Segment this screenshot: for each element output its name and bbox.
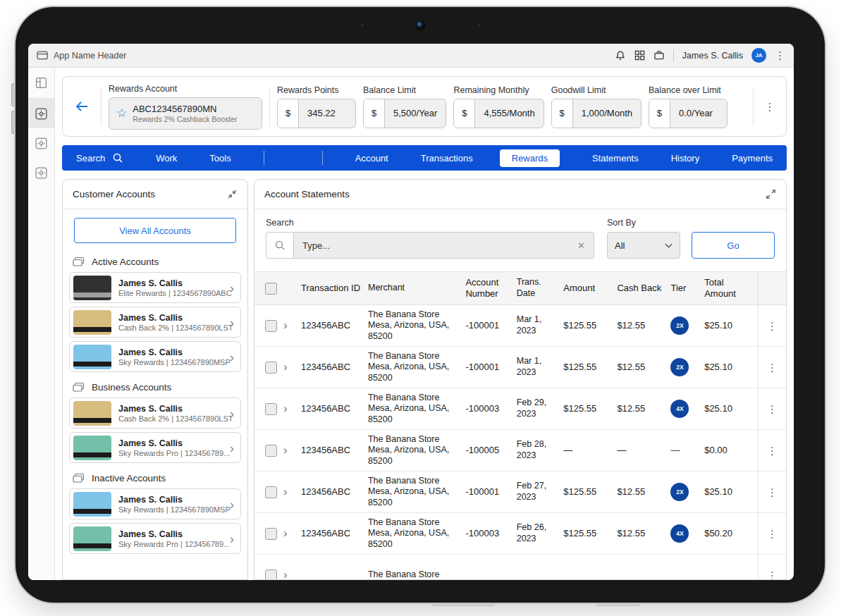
- nav-tools[interactable]: Tools: [209, 153, 231, 164]
- row-menu[interactable]: ⋮: [758, 388, 786, 429]
- nav-rewards-active[interactable]: Rewards: [500, 149, 560, 167]
- collapse-icon[interactable]: [227, 189, 238, 199]
- row-expand-icon[interactable]: ›: [283, 485, 288, 498]
- row-checkbox[interactable]: [265, 445, 277, 457]
- rail-settings-button-3[interactable]: [28, 158, 54, 187]
- credit-card-thumbnail: [73, 310, 111, 335]
- back-button[interactable]: [70, 101, 94, 112]
- nav-search[interactable]: Search: [76, 152, 123, 164]
- tier-badge: —: [670, 445, 680, 456]
- user-name[interactable]: James S. Callis: [682, 51, 743, 61]
- currency-prefix: $: [649, 99, 670, 128]
- expand-icon[interactable]: [766, 189, 776, 199]
- notifications-bell-icon[interactable]: [615, 50, 626, 61]
- rail-settings-button-1[interactable]: [28, 99, 54, 128]
- account-card[interactable]: James S. Callis Sky Rewards Pro | 123456…: [69, 523, 241, 554]
- row-menu[interactable]: ⋮: [758, 347, 786, 388]
- rewards-account-field[interactable]: ☆ ABC1234567890MN Rewards 2% Cashback Bo…: [109, 97, 262, 130]
- volume-down-button[interactable]: [11, 111, 15, 134]
- account-card[interactable]: James S. Callis Sky Rewards | 1234567890…: [69, 341, 241, 372]
- cards-stack-icon: [73, 257, 85, 267]
- field-input[interactable]: $ 5,500/Year: [363, 99, 446, 128]
- field-input[interactable]: $ 345.22: [277, 99, 356, 128]
- cell-account-number: -100005: [465, 445, 516, 456]
- account-card[interactable]: James S. Callis Sky Rewards | 1234567890…: [69, 488, 241, 519]
- statements-controls: Search Type... ✕: [254, 209, 786, 259]
- account-statements-panel: Account Statements Search: [254, 179, 787, 580]
- briefcase-icon[interactable]: [653, 50, 665, 61]
- chevron-right-icon: ›: [230, 407, 234, 420]
- row-expand-icon[interactable]: ›: [283, 526, 288, 540]
- cell-amount: $125.55: [563, 362, 617, 373]
- nav-payments[interactable]: Payments: [732, 153, 773, 164]
- row-menu[interactable]: ⋮: [758, 305, 786, 346]
- tier-badge: 2X: [670, 483, 689, 501]
- row-menu[interactable]: ⋮: [758, 472, 786, 512]
- row-menu[interactable]: ⋮: [758, 513, 786, 554]
- rail-layout-button[interactable]: [28, 68, 54, 99]
- col-trans-date: Trans. Date: [517, 277, 564, 299]
- search-lens-button[interactable]: [266, 232, 294, 259]
- row-menu[interactable]: ⋮: [758, 555, 786, 579]
- transaction-row: › 123456ABC The Banana Store Mesa, Arizo…: [254, 347, 786, 388]
- nav-account[interactable]: Account: [355, 153, 388, 164]
- credit-card-thumbnail: [73, 276, 111, 300]
- volume-up-button[interactable]: [11, 83, 15, 106]
- clear-icon[interactable]: ✕: [577, 240, 585, 251]
- field-input[interactable]: $ 1,000/Month: [551, 99, 642, 128]
- nav-work[interactable]: Work: [156, 153, 177, 164]
- row-checkbox[interactable]: [265, 320, 277, 332]
- row-checkbox[interactable]: [265, 403, 277, 415]
- nav-statements[interactable]: Statements: [592, 153, 639, 164]
- sort-select[interactable]: All: [607, 232, 680, 259]
- row-checkbox[interactable]: [265, 528, 277, 540]
- avatar[interactable]: JA: [751, 48, 766, 63]
- currency-prefix: $: [278, 99, 299, 128]
- header-menu-kebab-icon[interactable]: ⋮: [775, 50, 785, 61]
- account-card[interactable]: James S. Callis Cash Back 2% | 123456789…: [69, 398, 241, 429]
- field-input[interactable]: $ 0.0/Year: [649, 99, 728, 128]
- currency-prefix: $: [552, 99, 573, 128]
- row-expand-icon[interactable]: ›: [283, 443, 288, 457]
- view-all-accounts-button[interactable]: View All Accounts: [74, 218, 236, 243]
- account-detail: Sky Rewards | 1234567890MSP: [118, 505, 223, 514]
- star-icon: ☆: [116, 107, 127, 119]
- select-all-checkbox[interactable]: [265, 283, 277, 295]
- row-menu[interactable]: ⋮: [758, 430, 786, 471]
- row-expand-icon[interactable]: ›: [283, 402, 288, 415]
- cell-total-amount: $25.10: [704, 403, 758, 414]
- rewards-menu-kebab-icon[interactable]: ⋮: [761, 101, 779, 112]
- cell-tier: 2X: [670, 358, 704, 376]
- row-expand-icon[interactable]: ›: [283, 568, 288, 579]
- nav-history[interactable]: History: [671, 153, 699, 164]
- icon-rail: [28, 68, 55, 580]
- account-card[interactable]: James S. Callis Elite Rewards | 12345678…: [69, 272, 241, 303]
- sensor-dot: [361, 24, 364, 27]
- search-input[interactable]: Type... ✕: [294, 232, 594, 259]
- account-card[interactable]: James S. Callis Sky Rewards Pro | 123456…: [69, 432, 241, 463]
- field-label: Balance Limit: [363, 85, 446, 95]
- nav-transactions[interactable]: Transactions: [421, 153, 473, 164]
- row-expand-icon[interactable]: ›: [283, 360, 288, 374]
- tier-badge: 2X: [670, 316, 689, 335]
- account-holder-name: James S. Callis: [118, 529, 223, 539]
- apps-grid-icon[interactable]: [634, 50, 645, 61]
- sensor-dot: [478, 24, 481, 27]
- row-checkbox[interactable]: [265, 569, 277, 580]
- statements-panel-title: Account Statements: [264, 189, 350, 199]
- row-kebab-icon: ⋮: [767, 362, 778, 373]
- chevron-right-icon: ›: [230, 498, 234, 511]
- gear-icon: [35, 137, 47, 149]
- row-expand-icon[interactable]: ›: [283, 319, 288, 332]
- field-input[interactable]: $ 4,555/Month: [453, 99, 544, 128]
- rail-settings-button-2[interactable]: [28, 128, 54, 158]
- accounts-panel-title: Customer Accounts: [73, 189, 155, 199]
- go-button[interactable]: Go: [692, 232, 775, 259]
- transaction-row: › 123456ABC The Banana Store Mesa, Arizo…: [254, 513, 786, 555]
- credit-card-thumbnail: [73, 526, 111, 551]
- row-checkbox[interactable]: [265, 362, 277, 374]
- account-card[interactable]: James S. Callis Cash Back 2% | 123456789…: [69, 307, 241, 338]
- col-cash-back: Cash Back: [617, 283, 670, 294]
- chevron-right-icon: ›: [230, 532, 234, 546]
- row-checkbox[interactable]: [265, 486, 277, 498]
